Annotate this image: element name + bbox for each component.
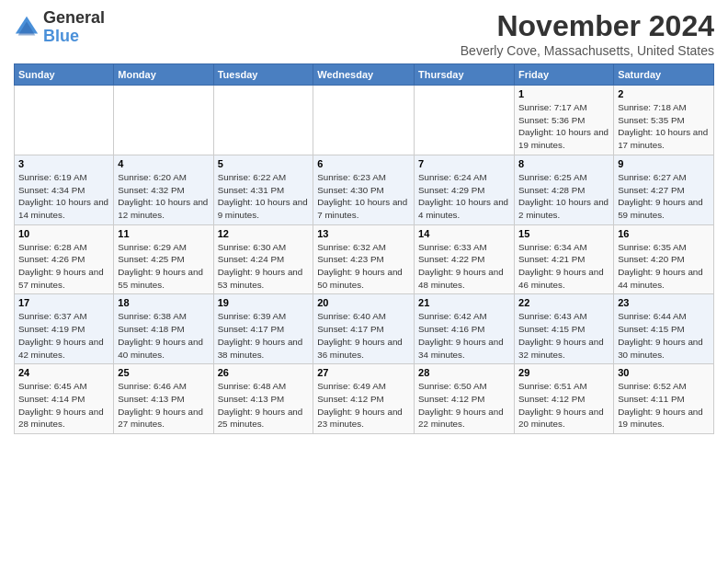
day-info: Sunrise: 6:37 AM Sunset: 4:19 PM Dayligh…	[18, 310, 109, 361]
calendar-day-header: Tuesday	[213, 64, 313, 86]
day-number: 23	[618, 297, 710, 308]
logo-text: General Blue	[43, 9, 105, 46]
day-info: Sunrise: 6:22 AM Sunset: 4:31 PM Dayligh…	[218, 171, 310, 222]
day-info: Sunrise: 6:30 AM Sunset: 4:24 PM Dayligh…	[218, 241, 310, 292]
day-info: Sunrise: 6:48 AM Sunset: 4:13 PM Dayligh…	[218, 380, 310, 431]
calendar-week-row: 1Sunrise: 7:17 AM Sunset: 5:36 PM Daylig…	[15, 86, 714, 155]
calendar-day-cell	[313, 86, 415, 155]
location-title: Beverly Cove, Massachusetts, United Stat…	[461, 43, 714, 58]
calendar-day-header: Friday	[515, 64, 614, 86]
day-number: 17	[18, 297, 109, 308]
calendar-week-row: 3Sunrise: 6:19 AM Sunset: 4:34 PM Daylig…	[15, 155, 714, 224]
calendar-day-cell: 16Sunrise: 6:35 AM Sunset: 4:20 PM Dayli…	[614, 224, 714, 294]
day-number: 26	[218, 367, 310, 378]
calendar-day-cell: 22Sunrise: 6:43 AM Sunset: 4:15 PM Dayli…	[515, 294, 614, 364]
calendar-week-row: 17Sunrise: 6:37 AM Sunset: 4:19 PM Dayli…	[15, 294, 714, 364]
calendar-day-header: Wednesday	[313, 64, 415, 86]
calendar-day-cell: 8Sunrise: 6:25 AM Sunset: 4:28 PM Daylig…	[515, 155, 614, 224]
calendar-day-header: Saturday	[614, 64, 714, 86]
day-info: Sunrise: 6:28 AM Sunset: 4:26 PM Dayligh…	[18, 241, 109, 292]
day-number: 1	[518, 88, 609, 99]
calendar-day-cell	[15, 86, 114, 155]
calendar-day-cell: 1Sunrise: 7:17 AM Sunset: 5:36 PM Daylig…	[515, 86, 614, 155]
calendar-day-header: Monday	[114, 64, 213, 86]
calendar-day-cell: 21Sunrise: 6:42 AM Sunset: 4:16 PM Dayli…	[415, 294, 515, 364]
day-number: 30	[618, 367, 710, 378]
calendar-day-cell: 19Sunrise: 6:39 AM Sunset: 4:17 PM Dayli…	[213, 294, 313, 364]
calendar-day-header: Thursday	[415, 64, 515, 86]
day-number: 12	[218, 228, 310, 239]
calendar-day-cell: 2Sunrise: 7:18 AM Sunset: 5:35 PM Daylig…	[614, 86, 714, 155]
calendar-header-row: SundayMondayTuesdayWednesdayThursdayFrid…	[15, 64, 714, 86]
calendar-day-cell: 20Sunrise: 6:40 AM Sunset: 4:17 PM Dayli…	[313, 294, 415, 364]
day-number: 27	[317, 367, 410, 378]
calendar-week-row: 10Sunrise: 6:28 AM Sunset: 4:26 PM Dayli…	[15, 224, 714, 294]
calendar-day-cell: 18Sunrise: 6:38 AM Sunset: 4:18 PM Dayli…	[114, 294, 213, 364]
day-number: 6	[317, 158, 410, 169]
day-info: Sunrise: 6:20 AM Sunset: 4:32 PM Dayligh…	[118, 171, 209, 222]
calendar-day-cell: 27Sunrise: 6:49 AM Sunset: 4:12 PM Dayli…	[313, 364, 415, 434]
day-info: Sunrise: 6:39 AM Sunset: 4:17 PM Dayligh…	[218, 310, 310, 361]
calendar-day-cell: 4Sunrise: 6:20 AM Sunset: 4:32 PM Daylig…	[114, 155, 213, 224]
calendar-day-cell	[114, 86, 213, 155]
calendar-day-cell: 17Sunrise: 6:37 AM Sunset: 4:19 PM Dayli…	[15, 294, 114, 364]
calendar-day-cell: 11Sunrise: 6:29 AM Sunset: 4:25 PM Dayli…	[114, 224, 213, 294]
day-info: Sunrise: 6:51 AM Sunset: 4:12 PM Dayligh…	[518, 380, 609, 431]
day-number: 9	[618, 158, 710, 169]
calendar-day-cell: 26Sunrise: 6:48 AM Sunset: 4:13 PM Dayli…	[213, 364, 313, 434]
day-number: 19	[218, 297, 310, 308]
day-info: Sunrise: 6:29 AM Sunset: 4:25 PM Dayligh…	[118, 241, 209, 292]
day-number: 10	[18, 228, 109, 239]
logo: General Blue	[14, 9, 105, 46]
day-info: Sunrise: 6:32 AM Sunset: 4:23 PM Dayligh…	[317, 241, 410, 292]
day-number: 24	[18, 367, 109, 378]
day-number: 5	[218, 158, 310, 169]
day-number: 18	[118, 297, 209, 308]
day-info: Sunrise: 6:34 AM Sunset: 4:21 PM Dayligh…	[518, 241, 609, 292]
title-area: November 2024 Beverly Cove, Massachusett…	[461, 9, 714, 58]
calendar-day-cell: 29Sunrise: 6:51 AM Sunset: 4:12 PM Dayli…	[515, 364, 614, 434]
calendar-day-header: Sunday	[15, 64, 114, 86]
logo-general: General	[43, 8, 105, 27]
day-info: Sunrise: 6:33 AM Sunset: 4:22 PM Dayligh…	[418, 241, 510, 292]
day-info: Sunrise: 6:40 AM Sunset: 4:17 PM Dayligh…	[317, 310, 410, 361]
day-number: 2	[618, 88, 710, 99]
calendar-day-cell: 23Sunrise: 6:44 AM Sunset: 4:15 PM Dayli…	[614, 294, 714, 364]
day-number: 29	[518, 367, 609, 378]
calendar-week-row: 24Sunrise: 6:45 AM Sunset: 4:14 PM Dayli…	[15, 364, 714, 434]
calendar-body: 1Sunrise: 7:17 AM Sunset: 5:36 PM Daylig…	[15, 86, 714, 434]
day-info: Sunrise: 6:35 AM Sunset: 4:20 PM Dayligh…	[618, 241, 710, 292]
day-number: 20	[317, 297, 410, 308]
calendar-day-cell: 24Sunrise: 6:45 AM Sunset: 4:14 PM Dayli…	[15, 364, 114, 434]
logo-icon	[14, 15, 40, 40]
calendar-day-cell: 13Sunrise: 6:32 AM Sunset: 4:23 PM Dayli…	[313, 224, 415, 294]
day-number: 3	[18, 158, 109, 169]
month-title: November 2024	[461, 9, 714, 43]
day-number: 15	[518, 228, 609, 239]
calendar-day-cell	[415, 86, 515, 155]
calendar-table: SundayMondayTuesdayWednesdayThursdayFrid…	[14, 63, 714, 434]
day-number: 21	[418, 297, 510, 308]
calendar-day-cell: 7Sunrise: 6:24 AM Sunset: 4:29 PM Daylig…	[415, 155, 515, 224]
day-info: Sunrise: 6:38 AM Sunset: 4:18 PM Dayligh…	[118, 310, 209, 361]
calendar-day-cell: 15Sunrise: 6:34 AM Sunset: 4:21 PM Dayli…	[515, 224, 614, 294]
logo-blue: Blue	[43, 27, 79, 45]
day-info: Sunrise: 6:24 AM Sunset: 4:29 PM Dayligh…	[418, 171, 510, 222]
day-number: 8	[518, 158, 609, 169]
calendar-day-cell: 28Sunrise: 6:50 AM Sunset: 4:12 PM Dayli…	[415, 364, 515, 434]
day-number: 11	[118, 228, 209, 239]
day-number: 28	[418, 367, 510, 378]
day-number: 25	[118, 367, 209, 378]
day-number: 13	[317, 228, 410, 239]
calendar-day-cell: 25Sunrise: 6:46 AM Sunset: 4:13 PM Dayli…	[114, 364, 213, 434]
day-info: Sunrise: 6:52 AM Sunset: 4:11 PM Dayligh…	[618, 380, 710, 431]
day-info: Sunrise: 6:43 AM Sunset: 4:15 PM Dayligh…	[518, 310, 609, 361]
calendar-day-cell: 10Sunrise: 6:28 AM Sunset: 4:26 PM Dayli…	[15, 224, 114, 294]
day-number: 22	[518, 297, 609, 308]
calendar-day-cell: 6Sunrise: 6:23 AM Sunset: 4:30 PM Daylig…	[313, 155, 415, 224]
day-info: Sunrise: 6:42 AM Sunset: 4:16 PM Dayligh…	[418, 310, 510, 361]
day-info: Sunrise: 6:50 AM Sunset: 4:12 PM Dayligh…	[418, 380, 510, 431]
day-info: Sunrise: 6:44 AM Sunset: 4:15 PM Dayligh…	[618, 310, 710, 361]
calendar-day-cell	[213, 86, 313, 155]
day-info: Sunrise: 7:18 AM Sunset: 5:35 PM Dayligh…	[618, 101, 710, 152]
